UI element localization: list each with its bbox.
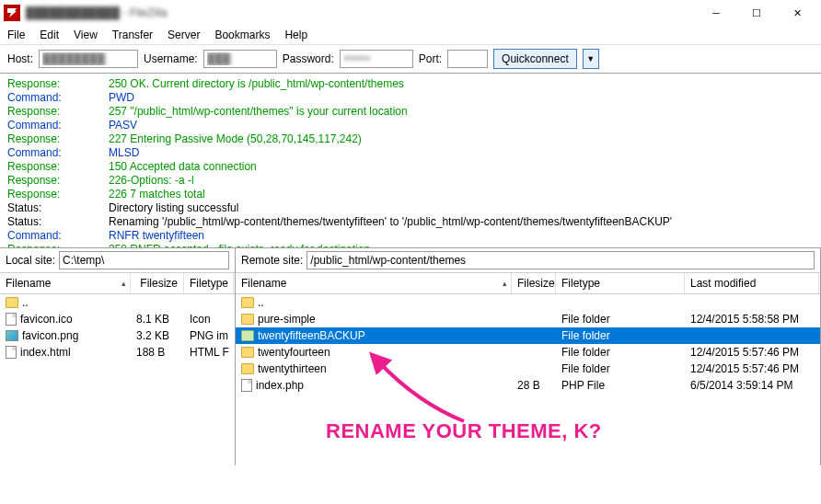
password-label: Password: xyxy=(283,52,334,65)
local-site-row: Local site: xyxy=(0,248,235,273)
menu-view[interactable]: View xyxy=(74,29,98,41)
menu-server[interactable]: Server xyxy=(168,29,200,41)
remote-col-filename[interactable]: Filename▴ xyxy=(236,273,512,293)
log-line: Response:226 7 matches total xyxy=(7,188,814,201)
sort-caret-icon: ▴ xyxy=(121,279,126,288)
menubar: File Edit View Transfer Server Bookmarks… xyxy=(0,26,821,44)
app-icon xyxy=(4,5,20,21)
menu-edit[interactable]: Edit xyxy=(40,29,59,41)
remote-col-filesize[interactable]: Filesize xyxy=(512,273,556,293)
username-label: Username: xyxy=(144,52,198,65)
file-icon xyxy=(241,379,252,392)
local-col-filesize[interactable]: Filesize xyxy=(131,273,184,293)
port-label: Port: xyxy=(419,52,442,65)
local-col-filename[interactable]: Filename▴ xyxy=(0,273,131,293)
log-line: Command:RNFR twentyfifteen xyxy=(7,229,814,243)
window-controls: ─ ☐ ✕ xyxy=(696,0,817,26)
menu-help[interactable]: Help xyxy=(284,29,307,41)
quickconnect-dropdown[interactable]: ▼ xyxy=(583,49,599,69)
image-icon xyxy=(6,330,18,341)
log-line: Status:Renaming '/public_html/wp-content… xyxy=(7,215,814,229)
menu-file[interactable]: File xyxy=(7,29,25,41)
remote-grid-body[interactable]: ..pure-simpleFile folder12/4/2015 5:58:5… xyxy=(236,294,820,465)
close-button[interactable]: ✕ xyxy=(777,0,817,26)
local-grid-header: Filename▴ Filesize Filetype xyxy=(0,273,235,294)
remote-site-input[interactable] xyxy=(306,251,815,269)
remote-col-lastmod[interactable]: Last modified xyxy=(685,273,819,293)
quickconnect-bar: Host: Username: Password: Port: Quickcon… xyxy=(0,44,821,74)
file-panes: Local site: Filename▴ Filesize Filetype … xyxy=(0,248,821,465)
host-input[interactable] xyxy=(39,50,138,68)
remote-pane: Remote site: Filename▴ Filesize Filetype… xyxy=(236,248,821,465)
menu-bookmarks[interactable]: Bookmarks xyxy=(214,29,270,41)
local-grid-body[interactable]: ..favicon.ico8.1 KBIconfavicon.png3.2 KB… xyxy=(0,294,235,465)
folder-icon xyxy=(241,363,254,374)
log-line: Response:150 Accepted data connection xyxy=(7,160,814,174)
log-line: Command:MLSD xyxy=(7,146,814,160)
local-site-label: Local site: xyxy=(6,254,55,267)
message-log: Response:250 OK. Current directory is /p… xyxy=(0,74,821,248)
local-col-filetype[interactable]: Filetype xyxy=(184,273,234,293)
list-item[interactable]: index.php28 BPHP File6/5/2014 3:59:14 PM xyxy=(236,377,820,394)
list-item[interactable]: index.html188 BHTML F xyxy=(0,344,235,361)
menu-transfer[interactable]: Transfer xyxy=(112,29,153,41)
list-item[interactable]: .. xyxy=(236,294,820,311)
port-input[interactable] xyxy=(447,50,488,68)
folder-icon xyxy=(6,297,18,308)
remote-site-label: Remote site: xyxy=(241,254,303,267)
quickconnect-button[interactable]: Quickconnect xyxy=(493,49,577,69)
maximize-button[interactable]: ☐ xyxy=(736,0,777,26)
log-line: Response:257 "/public_html/wp-content/th… xyxy=(7,105,814,119)
password-input[interactable] xyxy=(340,50,413,68)
window-title: ████████████ - FileZilla xyxy=(26,6,168,19)
log-line: Command:PASV xyxy=(7,119,814,132)
list-item[interactable]: favicon.ico8.1 KBIcon xyxy=(0,311,235,327)
remote-col-filetype[interactable]: Filetype xyxy=(556,273,685,293)
local-pane: Local site: Filename▴ Filesize Filetype … xyxy=(0,248,236,465)
host-label: Host: xyxy=(7,52,33,65)
file-icon xyxy=(6,346,17,359)
local-site-input[interactable] xyxy=(59,251,229,269)
titlebar: ████████████ - FileZilla ─ ☐ ✕ xyxy=(0,0,821,26)
remote-grid-header: Filename▴ Filesize Filetype Last modifie… xyxy=(236,273,820,294)
list-item[interactable]: twentyfourteenFile folder12/4/2015 5:57:… xyxy=(236,344,820,361)
minimize-button[interactable]: ─ xyxy=(696,0,736,26)
list-item[interactable]: favicon.png3.2 KBPNG im xyxy=(0,327,235,344)
folder-icon xyxy=(241,347,254,358)
list-item[interactable]: twentyfifteenBACKUPFile folder xyxy=(236,327,820,344)
sort-caret-icon: ▴ xyxy=(503,279,507,288)
file-icon xyxy=(6,313,17,326)
remote-site-row: Remote site: xyxy=(236,248,820,273)
list-item[interactable]: pure-simpleFile folder12/4/2015 5:58:58 … xyxy=(236,311,820,327)
log-line: Command:PWD xyxy=(7,91,814,105)
folder-icon xyxy=(241,330,254,341)
log-line: Response:250 OK. Current directory is /p… xyxy=(7,77,814,91)
folder-icon xyxy=(241,297,254,308)
username-input[interactable] xyxy=(203,50,277,68)
list-item[interactable]: .. xyxy=(0,294,235,311)
folder-icon xyxy=(241,314,254,325)
log-line: Response:226-Options: -a -l xyxy=(7,174,814,188)
log-line: Response:227 Entering Passive Mode (50,2… xyxy=(7,132,814,146)
list-item[interactable]: twentythirteenFile folder12/4/2015 5:57:… xyxy=(236,361,820,377)
log-line: Status:Directory listing successful xyxy=(7,201,814,215)
